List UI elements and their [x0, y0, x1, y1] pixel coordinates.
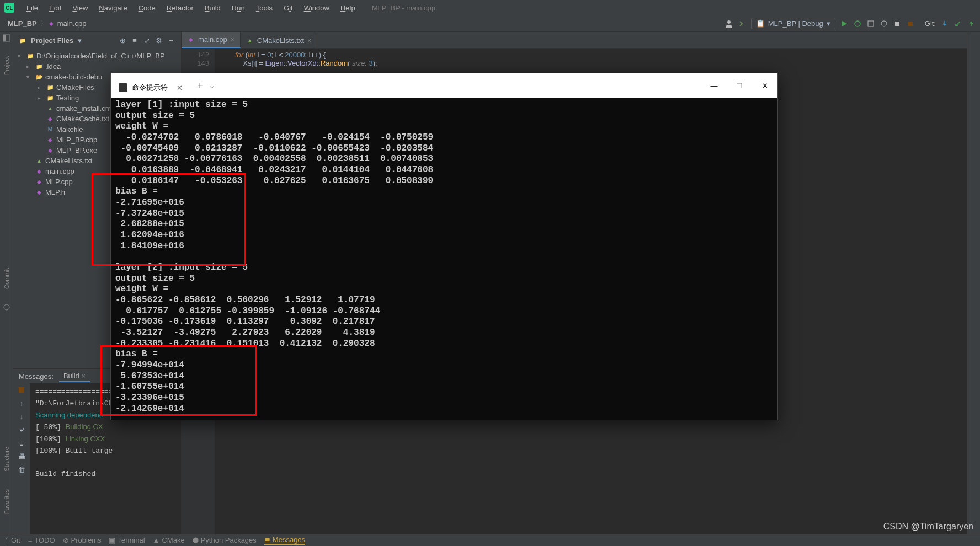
menu-view[interactable]: View	[67, 4, 93, 12]
settings-icon[interactable]: ⚙	[155, 36, 163, 45]
run-config-select[interactable]: 📋 MLP_BP | Debug ▾	[751, 18, 835, 29]
messages-gutter: ↑ ↓ ⤶ ⤓ 🖶 🗑	[13, 383, 30, 534]
svg-point-11	[4, 304, 9, 310]
select-opened-icon[interactable]: ⊕	[118, 36, 127, 45]
run-icon[interactable]	[840, 19, 849, 28]
reload-icon[interactable]	[738, 19, 747, 28]
right-gutter	[967, 32, 980, 534]
editor-tab-cmake[interactable]: ▲ CMakeLists.txt ×	[241, 33, 317, 48]
breadcrumb-file[interactable]: ◆ main.cpp	[47, 19, 87, 28]
menu-file[interactable]: File	[21, 4, 44, 12]
git-push-icon[interactable]	[967, 19, 976, 28]
favorites-tool-label[interactable]: Favorites	[3, 486, 10, 517]
msg-trash-icon[interactable]: 🗑	[17, 465, 26, 474]
menu-navigate[interactable]: Navigate	[93, 4, 132, 12]
project-tool-label[interactable]: Project	[3, 53, 10, 78]
run-config-label: MLP_BP | Debug	[768, 19, 823, 28]
msg-scroll-icon[interactable]: ⤓	[17, 438, 26, 447]
menu-run[interactable]: Run	[226, 4, 251, 12]
close-icon[interactable]: ×	[307, 37, 311, 45]
chevron-down-icon[interactable]: ▾	[78, 36, 82, 45]
window-title: MLP_BP - main.cpp	[372, 4, 435, 12]
svg-rect-8	[908, 22, 913, 26]
file-icon: 📁	[35, 63, 43, 71]
cmake-icon: ▲	[246, 37, 254, 45]
terminal-dropdown[interactable]: ⌵	[210, 82, 214, 90]
msg-up-icon[interactable]: ↑	[17, 399, 26, 408]
debug-icon[interactable]	[853, 19, 862, 28]
collapse-all-icon[interactable]: ⤢	[142, 36, 151, 45]
status-messages[interactable]: ≣Messages	[264, 536, 305, 545]
user-icon[interactable]	[725, 19, 733, 28]
status-cmake[interactable]: ▲CMake	[153, 536, 185, 544]
terminal-titlebar[interactable]: 命令提示符 ✕ + ⌵ — ☐ ✕	[111, 73, 777, 98]
git-pull-icon[interactable]	[940, 19, 949, 28]
msg-down-icon[interactable]: ↓	[17, 412, 26, 421]
svg-rect-7	[895, 22, 899, 26]
menu-refactor[interactable]: Refactor	[161, 4, 199, 12]
breadcrumb-file-label: main.cpp	[57, 19, 87, 28]
run-config-icon: 📋	[756, 19, 765, 28]
status-python[interactable]: ⬢Python Packages	[193, 536, 257, 544]
status-terminal[interactable]: ▣Terminal	[109, 536, 145, 544]
breadcrumb-sep: 〉	[40, 19, 47, 29]
svg-point-1	[855, 21, 860, 26]
svg-point-0	[727, 20, 731, 24]
tree-item-label: CMakeCache.txt	[56, 115, 109, 123]
status-git[interactable]: ᚶGit	[4, 536, 20, 544]
minimize-button[interactable]: —	[701, 77, 727, 94]
editor-tabs: ◆ main.cpp × ▲ CMakeLists.txt ×	[182, 32, 967, 49]
commit-tool-label[interactable]: Commit	[3, 265, 10, 292]
editor-tab-label: main.cpp	[198, 35, 227, 44]
messages-tab-build[interactable]: Build ×	[59, 371, 90, 382]
svg-rect-12	[19, 387, 24, 393]
msg-print-icon[interactable]: 🖶	[17, 452, 26, 461]
menu-window[interactable]: Window	[299, 4, 335, 12]
editor-tab-main[interactable]: ◆ main.cpp ×	[182, 32, 241, 48]
expand-all-icon[interactable]: ≡	[130, 36, 139, 45]
status-todo[interactable]: ≡TODO	[28, 536, 55, 544]
menu-code[interactable]: Code	[133, 4, 161, 12]
breadcrumb-project[interactable]: MLP_BP	[4, 19, 40, 28]
menu-help[interactable]: Help	[335, 4, 361, 12]
tree-item[interactable]: ▸📁.idea	[13, 61, 181, 72]
file-icon: ◆	[46, 115, 54, 123]
stop-icon[interactable]	[906, 19, 915, 28]
close-icon[interactable]: ×	[231, 36, 235, 44]
menu-edit[interactable]: Edit	[44, 4, 67, 12]
tree-root[interactable]: ▾ 📁 D:\Originalcodes\Field_of_C++\MLP_BP	[13, 51, 181, 61]
terminal-tab[interactable]: 命令提示符 ✕	[111, 78, 190, 98]
tree-item-label: main.cpp	[45, 167, 74, 175]
status-problems[interactable]: ⊘Problems	[63, 536, 102, 544]
terminal-tab-close[interactable]: ✕	[177, 84, 183, 92]
commit-tool-icon[interactable]	[3, 303, 10, 311]
tree-item-label: cmake-build-debu	[45, 73, 102, 81]
msg-wrap-icon[interactable]: ⤶	[17, 425, 26, 434]
terminal-add-tab[interactable]: +	[190, 80, 210, 92]
project-tool-icon[interactable]	[3, 34, 10, 42]
menu-git[interactable]: Git	[278, 4, 299, 12]
tree-item-label: Testing	[56, 94, 79, 102]
file-icon: ▲	[35, 157, 43, 165]
tree-item-label: cmake_install.cm	[56, 104, 111, 113]
tree-item-label: Makefile	[56, 125, 83, 133]
maximize-button[interactable]: ☐	[727, 77, 752, 94]
msg-stop-icon[interactable]	[17, 386, 26, 394]
project-title[interactable]: Project Files	[31, 36, 73, 45]
git-commit-icon[interactable]	[954, 19, 962, 28]
menubar: CL File Edit View Navigate Code Refactor…	[0, 0, 980, 15]
chevron-down-icon: ▾	[827, 19, 830, 28]
cpp-icon: ◆	[187, 36, 195, 44]
profile-icon[interactable]	[880, 19, 888, 28]
tree-item-label: CMakeFiles	[56, 83, 94, 92]
file-icon: ◆	[35, 178, 43, 186]
structure-tool-label[interactable]: Structure	[3, 443, 10, 475]
hide-icon[interactable]: −	[167, 36, 175, 45]
folder-icon: 📁	[19, 36, 26, 44]
close-button[interactable]: ✕	[752, 77, 777, 94]
coverage-icon[interactable]	[866, 19, 875, 28]
attach-icon[interactable]	[893, 19, 902, 28]
menu-tools[interactable]: Tools	[251, 4, 278, 12]
menu-build[interactable]: Build	[199, 4, 226, 12]
terminal-content[interactable]: layer [1] :input size = 5 output size = …	[111, 98, 777, 420]
